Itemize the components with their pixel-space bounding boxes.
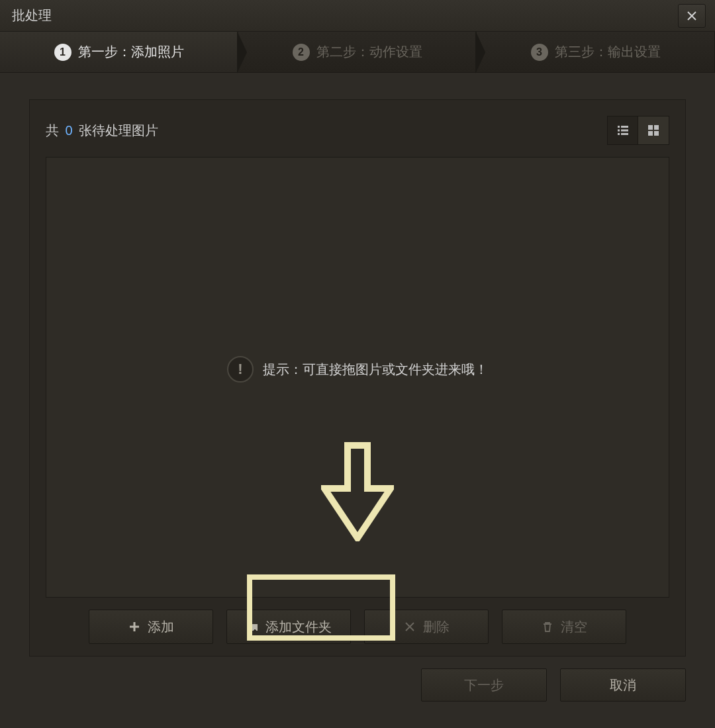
add-button[interactable]: 添加 xyxy=(89,610,213,644)
view-list-button[interactable] xyxy=(608,116,638,144)
count-value: 0 xyxy=(66,123,73,138)
close-icon xyxy=(687,11,697,21)
content-header: 共 0 张待处理图片 xyxy=(46,116,669,145)
step-bar: 1 第一步：添加照片 2 第二步：动作设置 3 第三步：输出设置 xyxy=(0,32,715,73)
svg-rect-3 xyxy=(621,130,628,132)
window-title: 批处理 xyxy=(12,7,678,24)
titlebar: 批处理 xyxy=(0,0,715,32)
count-prefix: 共 xyxy=(46,123,59,138)
next-button[interactable]: 下一步 xyxy=(421,668,547,702)
step-3[interactable]: 3 第三步：输出设置 xyxy=(477,32,715,72)
content-panel: 共 0 张待处理图片 ! 提示：可直接拖图片或文件夹进来哦！ xyxy=(29,99,686,657)
svg-rect-0 xyxy=(618,126,620,128)
view-grid-button[interactable] xyxy=(638,116,669,144)
svg-rect-7 xyxy=(654,125,659,130)
svg-rect-6 xyxy=(648,125,653,130)
list-icon xyxy=(616,124,630,137)
cancel-button[interactable]: 取消 xyxy=(560,668,686,702)
delete-label: 删除 xyxy=(423,618,450,636)
svg-rect-8 xyxy=(648,131,653,136)
pending-count: 共 0 张待处理图片 xyxy=(46,122,158,140)
svg-rect-5 xyxy=(621,133,628,135)
svg-rect-2 xyxy=(618,130,620,132)
action-row: 添加 添加文件夹 删除 清空 xyxy=(46,598,669,644)
add-label: 添加 xyxy=(148,618,174,636)
footer: 下一步 取消 xyxy=(421,668,686,702)
view-toggle xyxy=(607,116,669,145)
add-folder-label: 添加文件夹 xyxy=(265,618,332,636)
add-folder-button[interactable]: 添加文件夹 xyxy=(226,610,351,644)
step-label: 第一步：添加照片 xyxy=(78,43,184,61)
step-1[interactable]: 1 第一步：添加照片 xyxy=(0,32,238,72)
delete-button[interactable]: 删除 xyxy=(364,610,489,644)
dropzone[interactable]: ! 提示：可直接拖图片或文件夹进来哦！ xyxy=(46,157,669,598)
svg-rect-1 xyxy=(621,126,628,128)
count-suffix: 张待处理图片 xyxy=(79,123,158,138)
close-button[interactable] xyxy=(678,4,706,28)
folder-plus-icon xyxy=(246,620,259,633)
trash-icon xyxy=(541,620,554,633)
clear-label: 清空 xyxy=(561,618,587,636)
step-badge: 3 xyxy=(531,44,548,61)
hint-text: 提示：可直接拖图片或文件夹进来哦！ xyxy=(263,361,488,379)
delete-icon xyxy=(403,620,416,633)
drop-hint: ! 提示：可直接拖图片或文件夹进来哦！ xyxy=(227,356,488,383)
info-icon: ! xyxy=(227,356,254,383)
step-label: 第二步：动作设置 xyxy=(316,43,422,61)
step-label: 第三步：输出设置 xyxy=(555,43,661,61)
plus-icon xyxy=(128,620,141,633)
step-2[interactable]: 2 第二步：动作设置 xyxy=(238,32,477,72)
step-badge: 1 xyxy=(54,44,72,61)
annotation-arrow-icon xyxy=(321,442,394,544)
next-label: 下一步 xyxy=(464,676,504,694)
cancel-label: 取消 xyxy=(610,676,636,694)
svg-rect-9 xyxy=(654,131,659,136)
grid-icon xyxy=(647,124,660,137)
svg-rect-4 xyxy=(618,133,620,135)
clear-button[interactable]: 清空 xyxy=(502,610,626,644)
step-badge: 2 xyxy=(293,44,310,61)
